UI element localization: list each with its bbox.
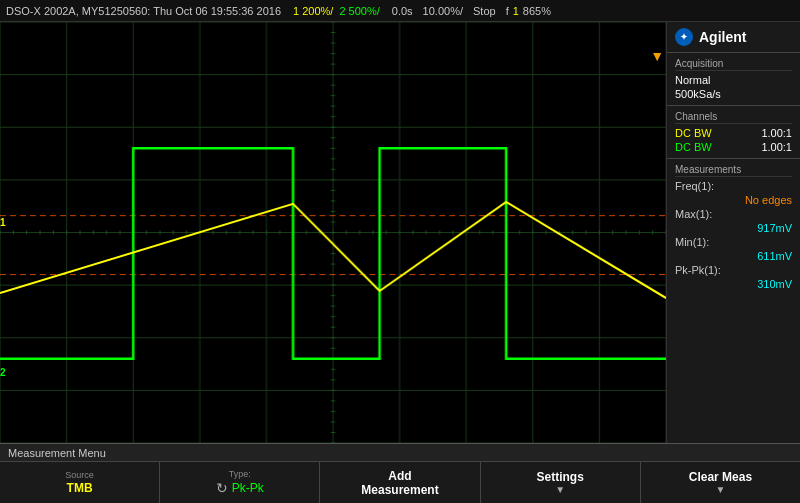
min-label: Min(1): (675, 236, 709, 248)
channels-section: Channels DC BW 1.00:1 DC BW 1.00:1 (667, 106, 800, 159)
min-row: Min(1): (675, 235, 792, 249)
source-value: TMB (67, 481, 93, 495)
type-value: Pk-Pk (232, 481, 264, 495)
add-measurement-button[interactable]: Add Measurement (320, 462, 480, 503)
oscilloscope-display: 1 2 ▼ (0, 22, 667, 443)
freq-label: Freq(1): (675, 180, 714, 192)
max-label: Max(1): (675, 208, 712, 220)
source-label: Source (65, 470, 94, 480)
channels-title: Channels (675, 110, 792, 124)
trigger-num: 1 (513, 5, 519, 17)
freq-value: No edges (745, 194, 792, 206)
run-state: Stop (473, 5, 496, 17)
pkpk-value: 310mV (757, 278, 792, 290)
ch1-row: DC BW 1.00:1 (675, 126, 792, 140)
refresh-icon: ↻ (216, 480, 228, 496)
meas-buttons: Source TMB Type: ↻ Pk-Pk Add Measurement… (0, 462, 800, 503)
trigger-indicator: f (506, 5, 509, 17)
freq-value-row: No edges (675, 193, 792, 207)
right-panel: ✦ Agilent Acquisition Normal 500kSa/s Ch… (667, 22, 800, 443)
clear-label: Clear Meas (689, 470, 752, 484)
ch2-ratio: 1.00:1 (761, 141, 792, 153)
ch1-bw-label: DC BW (675, 127, 712, 139)
status-bar: DSO-X 2002A, MY51250560: Thu Oct 06 19:5… (0, 0, 800, 22)
settings-label: Settings (537, 470, 584, 484)
agilent-header: ✦ Agilent (667, 22, 800, 53)
acq-rate-value: 500kSa/s (675, 88, 721, 100)
settings-button[interactable]: Settings ▼ (481, 462, 641, 503)
meas-title-bar: Measurement Menu (0, 444, 800, 462)
type-label: Type: (229, 469, 251, 479)
clear-arrow-icon: ▼ (715, 484, 725, 495)
add-sublabel: Measurement (361, 483, 438, 497)
add-label: Add (388, 469, 411, 483)
main-area: 1 2 ▼ ✦ Agilent Acquisition Normal 500kS… (0, 22, 800, 443)
agilent-logo-icon: ✦ (675, 28, 693, 46)
model-serial: DSO-X 2002A, MY51250560: Thu Oct 06 19:5… (6, 5, 281, 17)
measurement-panel: Measurement Menu Source TMB Type: ↻ Pk-P… (0, 443, 800, 503)
trigger-level: 865% (523, 5, 551, 17)
time-scale: 10.00%/ (423, 5, 463, 17)
min-value: 611mV (757, 250, 792, 262)
freq-row: Freq(1): (675, 179, 792, 193)
pkpk-row: Pk-Pk(1): (675, 263, 792, 277)
ch2-indicator: 2 500%/ (339, 5, 379, 17)
pkpk-label: Pk-Pk(1): (675, 264, 721, 276)
ch1-indicator: 1 200%/ (293, 5, 333, 17)
acq-mode-value: Normal (675, 74, 710, 86)
pkpk-value-row: 310mV (675, 277, 792, 291)
agilent-brand: Agilent (699, 29, 746, 45)
ch2-row: DC BW 1.00:1 (675, 140, 792, 154)
grid-canvas (0, 22, 666, 443)
ch1-ratio: 1.00:1 (761, 127, 792, 139)
max-row: Max(1): (675, 207, 792, 221)
acquisition-section: Acquisition Normal 500kSa/s (667, 53, 800, 106)
settings-arrow-icon: ▼ (555, 484, 565, 495)
measurements-section: Measurements Freq(1): No edges Max(1): 9… (667, 159, 800, 443)
meas-panel-title: Measurement Menu (8, 447, 106, 459)
measurements-title: Measurements (675, 163, 792, 177)
clear-meas-button[interactable]: Clear Meas ▼ (641, 462, 800, 503)
acq-mode-row: Normal (675, 73, 792, 87)
ch2-bw-label: DC BW (675, 141, 712, 153)
acq-rate-row: 500kSa/s (675, 87, 792, 101)
source-button[interactable]: Source TMB (0, 462, 160, 503)
max-value: 917mV (757, 222, 792, 234)
min-value-row: 611mV (675, 249, 792, 263)
acquisition-title: Acquisition (675, 57, 792, 71)
time-offset: 0.0s (392, 5, 413, 17)
max-value-row: 917mV (675, 221, 792, 235)
type-button[interactable]: Type: ↻ Pk-Pk (160, 462, 320, 503)
